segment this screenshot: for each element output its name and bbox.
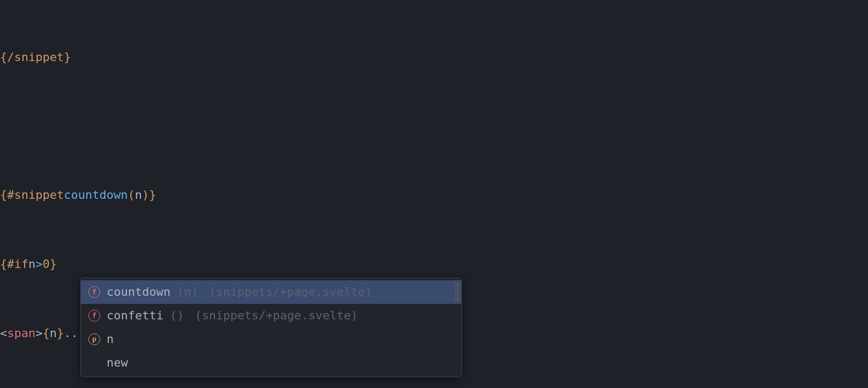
completion-path: (snippets/+page.svelte) <box>194 304 358 327</box>
brace: } <box>50 253 57 276</box>
function-icon: f <box>88 286 100 298</box>
brace: } <box>149 184 156 207</box>
block-keyword: {#if <box>0 253 28 276</box>
tag-open: < <box>0 322 7 345</box>
fn-name: countdown <box>64 184 128 207</box>
parameter-icon: p <box>88 333 100 345</box>
number: 0 <box>42 253 49 276</box>
completion-name: new <box>107 352 128 375</box>
blank-icon <box>88 357 100 369</box>
function-icon: f <box>88 310 100 322</box>
autocomplete-item[interactable]: new <box>81 351 461 375</box>
snippet-close: {/snippet} <box>0 46 71 69</box>
autocomplete-item[interactable]: f countdown(n) (snippets/+page.svelte) <box>81 280 461 304</box>
autocomplete-item[interactable]: f confetti() (snippets/+page.svelte) <box>81 304 461 327</box>
operator: > <box>35 253 42 276</box>
paren: ) <box>142 184 149 207</box>
completion-name: countdown <box>107 281 170 304</box>
completion-name: confetti <box>107 304 163 327</box>
angle: > <box>35 322 42 345</box>
completion-name: n <box>107 328 114 351</box>
block-keyword: {#snippet <box>0 184 64 207</box>
code-line[interactable]: {#snippet countdown(n)} <box>0 184 868 207</box>
autocomplete-item[interactable]: p n <box>81 327 461 351</box>
code-line[interactable]: {/snippet} <box>0 46 868 69</box>
param: n <box>135 184 142 207</box>
code-line[interactable]: {#if n > 0} <box>0 253 868 276</box>
autocomplete-popup[interactable]: f countdown(n) (snippets/+page.svelte) f… <box>80 278 462 377</box>
blank-line[interactable] <box>0 115 868 138</box>
brace: { <box>42 322 49 345</box>
brace: } <box>57 322 64 345</box>
scrollbar-thumb[interactable] <box>455 282 459 302</box>
completion-signature: (n) <box>177 281 198 304</box>
tag: span <box>7 322 35 345</box>
var: n <box>28 253 35 276</box>
paren: ( <box>128 184 134 207</box>
completion-signature: () <box>170 304 184 327</box>
var: n <box>50 322 57 345</box>
completion-path: (snippets/+page.svelte) <box>209 281 372 304</box>
